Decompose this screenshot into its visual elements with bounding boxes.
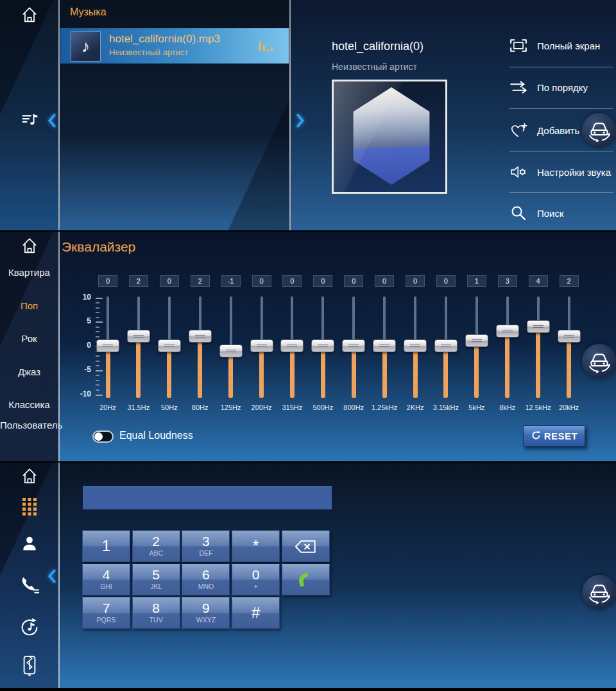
slider-track[interactable] (230, 296, 232, 351)
preset-пользователь[interactable]: Пользователь (0, 419, 58, 432)
slider-track-active[interactable] (413, 346, 418, 398)
eq-band-125Hz: -1125Hz (216, 232, 246, 461)
band-value: 2 (129, 275, 148, 287)
slider-handle[interactable] (219, 345, 243, 357)
slider-track[interactable] (383, 296, 386, 346)
car-mode-button[interactable] (582, 113, 616, 148)
equal-loudness-toggle[interactable] (92, 431, 114, 443)
slider-handle[interactable] (434, 339, 458, 352)
backspace-icon (282, 531, 329, 561)
car-mode-button[interactable] (582, 575, 616, 610)
backspace-key[interactable] (282, 531, 330, 562)
slider-track-active[interactable] (352, 346, 356, 398)
collapse-left-chevron-icon[interactable] (47, 114, 56, 128)
slider-handle[interactable] (558, 330, 581, 343)
key-main-label: 6 (182, 567, 229, 583)
slider-track-active[interactable] (228, 351, 233, 398)
slider-handle[interactable] (250, 339, 273, 352)
key-sub-label: WXYZ (182, 617, 229, 624)
preset-джаз[interactable]: Джаз (0, 366, 58, 379)
home-icon[interactable] (19, 4, 40, 24)
bluetooth-phone-icon[interactable] (21, 655, 38, 677)
key-sub-label: TUV (133, 617, 180, 624)
slider-track-active[interactable] (198, 336, 202, 398)
key-9[interactable]: 9WXYZ (182, 597, 230, 629)
slider-handle[interactable] (342, 339, 365, 352)
music-list-icon[interactable] (19, 110, 40, 131)
dialpad-icon[interactable] (20, 495, 39, 516)
key-star[interactable]: * (232, 531, 280, 562)
menu-item-2[interactable]: По порядку (509, 74, 616, 100)
preset-квартира[interactable]: Квартира (0, 266, 58, 279)
preset-поп[interactable]: Поп (0, 300, 58, 312)
slider-track-active[interactable] (290, 346, 295, 398)
slider-track[interactable] (321, 296, 324, 346)
home-icon[interactable] (19, 466, 40, 485)
slider-track-active[interactable] (443, 346, 448, 398)
slider-track-active[interactable] (505, 331, 509, 398)
reset-label: RESET (544, 431, 578, 441)
key-3[interactable]: 3DEF (182, 531, 230, 562)
call-key[interactable] (282, 564, 330, 595)
slider-handle[interactable] (496, 325, 519, 337)
slider-track-active[interactable] (382, 346, 387, 398)
slider-track-active[interactable] (567, 336, 571, 398)
track-item[interactable]: ♪ hotel_california(0).mp3 Неизвестный ар… (60, 28, 289, 65)
track-artist: Неизвестный артист (109, 47, 189, 57)
slider-handle[interactable] (311, 339, 334, 352)
menu-item-1[interactable]: Полный экран (509, 33, 616, 58)
key-hash[interactable]: # (232, 597, 280, 629)
band-value: 0 (436, 275, 456, 287)
slider-track[interactable] (107, 296, 109, 346)
key-4[interactable]: 4GHI (82, 564, 130, 595)
slider-track-active[interactable] (474, 341, 479, 398)
collapse-left-chevron-icon[interactable] (47, 569, 56, 583)
slider-track[interactable] (414, 296, 416, 346)
band-value: 4 (529, 275, 548, 287)
slider-track[interactable] (291, 296, 293, 346)
dial-number-input[interactable] (83, 486, 332, 509)
slider-handle[interactable] (158, 339, 181, 352)
car-mode-button[interactable] (582, 344, 616, 379)
band-value: 2 (191, 275, 210, 287)
slider-handle[interactable] (373, 339, 396, 352)
key-5[interactable]: 5JKL (132, 564, 180, 595)
bottom-bar (0, 688, 616, 691)
slider-handle[interactable] (127, 330, 150, 343)
slider-handle[interactable] (189, 330, 212, 343)
key-main-label: 2 (133, 533, 180, 550)
audio-icon[interactable] (19, 617, 40, 638)
reset-button[interactable]: RESET (523, 425, 585, 447)
slider-track-active[interactable] (536, 327, 540, 398)
slider-handle[interactable] (527, 320, 550, 333)
slider-track-active[interactable] (167, 346, 171, 398)
slider-handle[interactable] (404, 339, 427, 352)
slider-handle[interactable] (465, 334, 488, 347)
menu-item-label: По порядку (537, 82, 588, 93)
key-6[interactable]: 6MNO (182, 564, 230, 595)
slider-track[interactable] (168, 296, 171, 346)
preset-классика[interactable]: Классика (0, 398, 58, 411)
recent-calls-icon[interactable] (19, 574, 40, 595)
slider-track-active[interactable] (106, 346, 110, 398)
slider-track-active[interactable] (259, 346, 264, 398)
slider-track[interactable] (352, 296, 355, 346)
expand-right-chevron-icon[interactable] (296, 114, 305, 128)
key-8[interactable]: 8TUV (132, 597, 180, 629)
menu-item-5[interactable]: Поиск (509, 200, 616, 226)
key-7[interactable]: 7PQRS (82, 597, 130, 629)
slider-track-active[interactable] (321, 346, 325, 398)
preset-рок[interactable]: Рок (0, 332, 58, 345)
slider-handle[interactable] (280, 339, 304, 352)
slider-handle[interactable] (96, 339, 119, 352)
slider-track[interactable] (261, 296, 263, 346)
menu-item-label: Поиск (537, 208, 564, 219)
slider-track[interactable] (445, 296, 447, 346)
contacts-icon[interactable] (19, 534, 40, 553)
key-1[interactable]: 1 (82, 531, 130, 562)
home-icon[interactable] (19, 235, 40, 255)
menu-item-4[interactable]: Настройки звука (509, 159, 616, 185)
key-0[interactable]: 0+ (232, 564, 280, 595)
slider-track-active[interactable] (136, 336, 141, 398)
key-2[interactable]: 2ABC (132, 531, 180, 562)
